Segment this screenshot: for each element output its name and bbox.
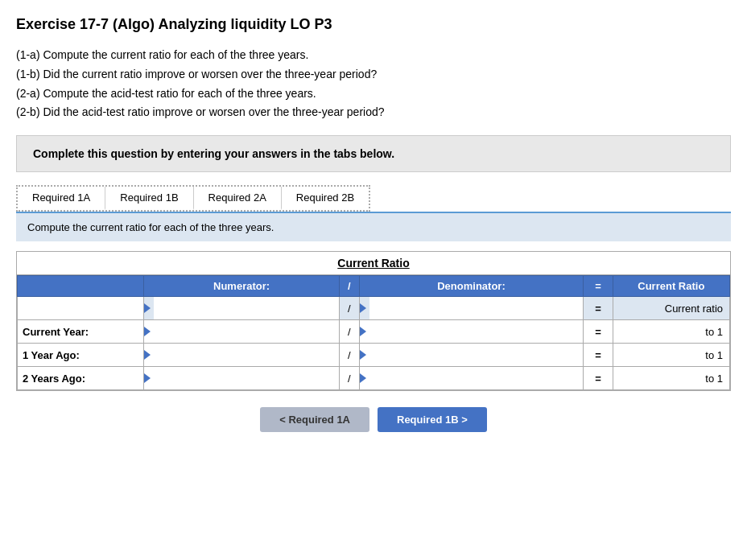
- row-2-years-ago-numerator-cell: [144, 367, 339, 390]
- row-0-numerator-cell: [144, 297, 339, 320]
- row-0-equals: =: [584, 297, 613, 320]
- table-title: Current Ratio: [17, 252, 730, 275]
- row-2-years-ago-label: 2 Years Ago:: [18, 367, 144, 390]
- row-1-year-ago-result: to 1: [613, 344, 729, 367]
- row-1-year-ago-equals: =: [584, 344, 613, 367]
- row-2-years-ago-denom-arrow: [360, 373, 366, 383]
- col-slash-header: /: [339, 276, 359, 297]
- complete-box: Complete this question by entering your …: [16, 135, 731, 172]
- table-row-1-year-ago: 1 Year Ago: / = to 1: [18, 344, 730, 367]
- row-2-years-ago-arrow: [144, 373, 151, 383]
- row-0-arrow: [144, 303, 151, 313]
- row-0-label: [18, 297, 144, 320]
- table-row-0: / = Current ratio: [18, 297, 730, 320]
- row-1-year-ago-denominator-cell: [359, 344, 584, 367]
- col-denominator-header: Denominator:: [359, 276, 584, 297]
- row-current-year-denominator-input[interactable]: [369, 320, 584, 343]
- row-2-years-ago-denominator-input[interactable]: [369, 367, 584, 389]
- table-row-current-year: Current Year: / = to 1: [18, 320, 730, 344]
- tab-required-1b[interactable]: Required 1B: [105, 187, 193, 210]
- tab-required-2a[interactable]: Required 2A: [194, 187, 282, 210]
- row-current-year-denom-arrow: [360, 327, 366, 336]
- row-1-year-ago-numerator-cell: [144, 344, 339, 367]
- row-1-year-ago-slash: /: [339, 344, 359, 367]
- col-numerator-header: Numerator:: [144, 276, 339, 297]
- tab-required-1a[interactable]: Required 1A: [18, 187, 105, 210]
- table-row-2-years-ago: 2 Years Ago: / = to 1: [18, 367, 730, 390]
- current-ratio-table-wrapper: Current Ratio Numerator: / Denominator: …: [16, 251, 731, 391]
- row-current-year-denominator-cell: [359, 320, 584, 344]
- row-2-years-ago-slash: /: [339, 367, 359, 390]
- row-current-year-numerator-cell: [144, 320, 339, 344]
- row-0-slash: /: [339, 297, 359, 320]
- row-current-year-arrow: [144, 327, 151, 336]
- table-header-row: Numerator: / Denominator: = Current Rati…: [18, 276, 730, 297]
- row-0-numerator-input[interactable]: [154, 297, 338, 319]
- row-0-result: Current ratio: [613, 297, 729, 320]
- row-current-year-equals: =: [584, 320, 613, 344]
- col-result-header: Current Ratio: [613, 276, 729, 297]
- row-current-year-slash: /: [339, 320, 359, 344]
- row-0-denom-arrow: [360, 303, 366, 313]
- prev-button[interactable]: < Required 1A: [260, 407, 369, 432]
- tabs-container: Required 1A Required 1B Required 2A Requ…: [16, 185, 370, 212]
- current-ratio-table: Numerator: / Denominator: = Current Rati…: [17, 275, 730, 390]
- row-1-year-ago-label: 1 Year Ago:: [18, 344, 144, 367]
- row-0-denominator-input[interactable]: [369, 297, 584, 319]
- col-label-header: [18, 276, 144, 297]
- row-2-years-ago-equals: =: [584, 367, 613, 390]
- instructions: (1-a) Compute the current ratio for each…: [16, 46, 731, 122]
- row-current-year-result: to 1: [613, 320, 729, 344]
- row-2-years-ago-denominator-cell: [359, 367, 584, 390]
- row-1-year-ago-denominator-input[interactable]: [369, 344, 584, 366]
- row-2-years-ago-result: to 1: [613, 367, 729, 390]
- row-1-year-ago-numerator-input[interactable]: [154, 344, 338, 366]
- row-2-years-ago-numerator-input[interactable]: [154, 367, 338, 389]
- next-button[interactable]: Required 1B >: [378, 407, 487, 432]
- col-equals-header: =: [584, 276, 613, 297]
- page-title: Exercise 17-7 (Algo) Analyzing liquidity…: [16, 16, 731, 33]
- row-0-denominator-cell: [359, 297, 584, 320]
- row-current-year-numerator-input[interactable]: [154, 320, 338, 343]
- tab-required-2b[interactable]: Required 2B: [282, 187, 369, 210]
- nav-buttons: < Required 1A Required 1B >: [16, 407, 731, 432]
- row-1-year-ago-denom-arrow: [360, 350, 366, 360]
- row-1-year-ago-arrow: [144, 350, 151, 360]
- row-current-year-label: Current Year:: [18, 320, 144, 344]
- tab-content: Compute the current ratio for each of th…: [16, 212, 731, 241]
